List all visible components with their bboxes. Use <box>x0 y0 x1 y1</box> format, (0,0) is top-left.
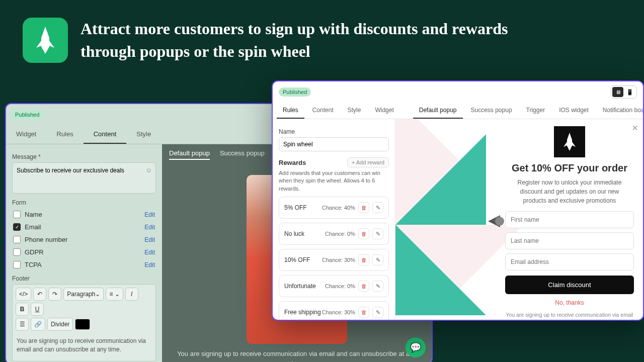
field-label: Name <box>25 211 42 218</box>
preview-tab[interactable]: Notification board <box>597 103 644 119</box>
code-icon[interactable]: </> <box>16 288 31 301</box>
footer-text-content[interactable]: You are signing up to receive communicat… <box>16 333 152 358</box>
preview-footer-text: You are signing up to receive communicat… <box>162 349 432 362</box>
email-input[interactable] <box>505 253 634 270</box>
redo-icon[interactable]: ↷ <box>48 288 61 301</box>
edit-icon[interactable]: ✎ <box>372 307 383 318</box>
close-icon[interactable]: × <box>632 122 638 134</box>
form-field-row: Phone numberEdit <box>12 233 156 246</box>
chat-icon[interactable]: 💬 <box>406 337 426 357</box>
spin-wheel[interactable]: 5% OFFNo luck10% OFFUnfortunateFree ship… <box>395 119 496 321</box>
tab-style[interactable]: Style <box>342 103 367 119</box>
promo-subtitle: Register now to unlock your immediate di… <box>505 178 634 205</box>
preview-tab[interactable]: Default popup <box>169 149 210 160</box>
reward-chance: Chance: 40% <box>322 205 355 211</box>
desktop-icon[interactable]: 🖥 <box>612 87 623 97</box>
link-icon[interactable]: 🔗 <box>31 318 45 331</box>
promo-disclaimer: You are signing up to receive communicat… <box>505 311 634 321</box>
form-field-row: TCPAEdit <box>12 258 156 271</box>
checkbox[interactable] <box>13 261 21 268</box>
edit-link[interactable]: Edit <box>144 211 155 218</box>
edit-link[interactable]: Edit <box>144 236 155 243</box>
first-name-input[interactable] <box>505 211 634 228</box>
edit-link[interactable]: Edit <box>144 261 155 268</box>
divider-button[interactable]: Divider <box>47 318 73 331</box>
reward-card: 10% OFFChance: 30%🗑✎ <box>279 249 389 271</box>
checkbox[interactable] <box>13 211 21 218</box>
tab-style[interactable]: Style <box>126 125 161 144</box>
mobile-icon[interactable]: 📱 <box>624 87 635 97</box>
edit-link[interactable]: Edit <box>144 224 155 231</box>
popup-preview: × Get 10% OFF your order Register now to… <box>496 119 643 321</box>
add-reward-button[interactable]: + Add reward <box>347 157 389 167</box>
field-label: GDPR <box>25 248 44 256</box>
footer-section-label: Footer <box>12 275 156 282</box>
checkbox[interactable]: ✓ <box>13 223 21 231</box>
reward-name: 10% OFF <box>284 256 310 263</box>
reward-name: Free shipping <box>284 309 321 316</box>
brand-logo <box>554 126 585 157</box>
delete-icon[interactable]: 🗑 <box>358 202 369 213</box>
align-icon[interactable]: ≡ ⌄ <box>106 288 123 301</box>
reward-card: UnfortunateChance: 0%🗑✎ <box>279 275 389 297</box>
delete-icon[interactable]: 🗑 <box>358 307 369 318</box>
edit-icon[interactable]: ✎ <box>372 228 383 239</box>
status-badge: Published <box>279 87 311 97</box>
preview-tab[interactable]: Default popup <box>413 103 463 119</box>
emoji-icon[interactable]: ☺ <box>145 166 152 174</box>
device-toggle[interactable]: 🖥 📱 <box>611 85 637 99</box>
edit-icon[interactable]: ✎ <box>372 281 383 292</box>
status-badge: Published <box>11 110 43 119</box>
reward-chance: Chance: 30% <box>322 257 355 263</box>
reward-card: 5% OFFChance: 40%🗑✎ <box>279 197 389 219</box>
tab-rules[interactable]: Rules <box>46 125 83 144</box>
rewards-description: Add rewards that your customers can win … <box>279 169 389 193</box>
underline-button[interactable]: U <box>31 303 44 316</box>
tab-content[interactable]: Content <box>84 125 127 144</box>
last-name-input[interactable] <box>505 232 634 249</box>
name-label: Name <box>279 128 389 135</box>
preview-tab[interactable]: Success popup <box>220 149 265 160</box>
claim-discount-button[interactable]: Claim discount <box>505 276 634 294</box>
rich-text-toolbar: </> ↶ ↷ Paragraph ⌄ ≡ ⌄ I B U ☰ 🔗 Divide… <box>12 284 156 361</box>
tab-widget[interactable]: Widget <box>6 125 46 144</box>
bold-button[interactable]: B <box>16 303 29 316</box>
rocket-icon <box>33 26 57 55</box>
list-icon[interactable]: ☰ <box>16 318 29 331</box>
delete-icon[interactable]: 🗑 <box>358 228 369 239</box>
italic-button[interactable]: I <box>125 288 138 301</box>
field-label: Phone number <box>25 236 67 243</box>
checkbox[interactable] <box>13 248 21 256</box>
hero-tagline: Attract more customers to sign up with d… <box>80 18 553 63</box>
preview-tab[interactable]: Success popup <box>465 103 518 119</box>
name-input[interactable] <box>279 137 389 151</box>
edit-icon[interactable]: ✎ <box>372 202 383 213</box>
delete-icon[interactable]: 🗑 <box>358 254 369 265</box>
message-input[interactable] <box>12 162 156 194</box>
preview-tab[interactable]: IOS widget <box>553 103 595 119</box>
preview-tab[interactable]: Trigger <box>520 103 551 119</box>
spin-wheel-panel: Published 🖥 📱 RulesContentStyleWidgetDef… <box>272 80 644 321</box>
form-section-label: Form <box>12 199 156 206</box>
edit-link[interactable]: Edit <box>144 249 155 256</box>
tab-rules[interactable]: Rules <box>277 103 304 119</box>
color-swatch[interactable] <box>75 319 90 330</box>
tab-widget[interactable]: Widget <box>369 103 399 119</box>
decline-link[interactable]: No, thanks <box>505 299 634 306</box>
delete-icon[interactable]: 🗑 <box>358 281 369 292</box>
checkbox[interactable] <box>13 236 21 243</box>
form-field-row: NameEdit <box>12 208 156 221</box>
rewards-label: Rewards <box>279 159 306 166</box>
reward-card: No luckChance: 0%🗑✎ <box>279 223 389 245</box>
edit-icon[interactable]: ✎ <box>372 254 383 265</box>
tab-content[interactable]: Content <box>306 103 340 119</box>
form-field-row: GDPREdit <box>12 246 156 258</box>
paragraph-select[interactable]: Paragraph ⌄ <box>63 288 104 301</box>
reward-name: No luck <box>284 230 304 237</box>
undo-icon[interactable]: ↶ <box>33 288 46 301</box>
wheel-pointer-icon <box>488 215 500 227</box>
field-label: TCPA <box>25 261 42 268</box>
reward-chance: Chance: 0% <box>325 283 355 289</box>
reward-card: Free shippingChance: 30%🗑✎ <box>279 301 389 321</box>
form-field-row: ✓EmailEdit <box>12 221 156 233</box>
